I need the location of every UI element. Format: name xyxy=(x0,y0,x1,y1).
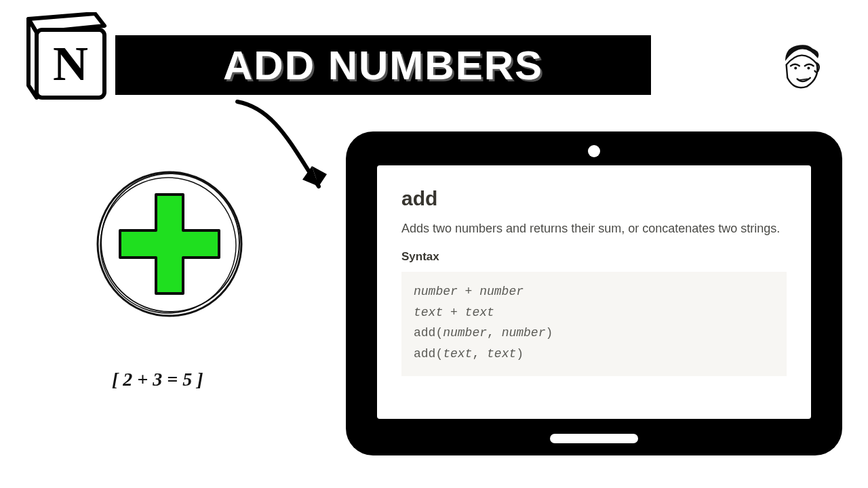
tablet-home-indicator xyxy=(550,434,638,443)
page-title: ADD NUMBERS xyxy=(223,42,543,89)
code-line: add(number, number) xyxy=(414,323,774,344)
doc-description: Adds two numbers and returns their sum, … xyxy=(401,220,787,238)
doc-title: add xyxy=(401,187,787,210)
svg-point-3 xyxy=(794,66,797,69)
plus-icon xyxy=(92,166,248,322)
tablet-camera-icon xyxy=(588,145,600,157)
tablet-frame: add Adds two numbers and returns their s… xyxy=(346,131,842,455)
svg-point-4 xyxy=(807,66,810,69)
notion-letter: N xyxy=(53,37,88,91)
title-bar: ADD NUMBERS xyxy=(115,35,651,95)
code-line: text + text xyxy=(414,302,774,323)
avatar-icon xyxy=(774,42,829,96)
syntax-code-block: number + number text + text add(number, … xyxy=(401,272,787,376)
code-line: number + number xyxy=(414,281,774,302)
doc-syntax-label: Syntax xyxy=(401,250,787,264)
code-line: add(text, text) xyxy=(414,344,774,365)
equation-text: [ 2 + 3 = 5 ] xyxy=(112,369,203,390)
notion-logo-icon: N xyxy=(14,12,108,107)
doc-panel: add Adds two numbers and returns their s… xyxy=(377,165,811,419)
